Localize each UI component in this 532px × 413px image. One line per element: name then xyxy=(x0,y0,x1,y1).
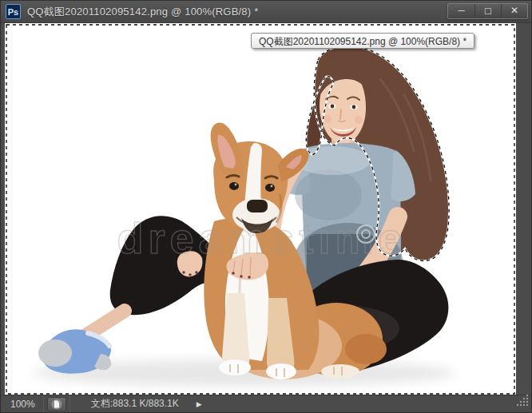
close-button[interactable]: ✕ xyxy=(501,4,527,18)
document-preview-button[interactable] xyxy=(47,397,66,411)
maximize-button[interactable]: □ xyxy=(474,4,501,18)
document-page-icon xyxy=(51,399,62,410)
watermark-text: dreamstime xyxy=(117,214,407,262)
photoshop-app-icon: Ps xyxy=(6,4,21,19)
filename-tooltip: QQ截图20201102095142.png @ 100%(RGB/8) * xyxy=(251,33,474,49)
blue-sock xyxy=(38,329,111,374)
document-canvas[interactable]: dreamstime QQ截图20201102095142.png @ 100%… xyxy=(5,23,516,396)
document-title: QQ截图20201102095142.png @ 100%(RGB/8) * xyxy=(27,5,258,19)
statusbar-divider xyxy=(43,395,44,412)
photoshop-document-window: Ps QQ截图20201102095142.png @ 100%(RGB/8) … xyxy=(0,0,532,413)
document-size-info[interactable]: 文档:883.1 K/883.1K xyxy=(91,397,179,411)
title-bar[interactable]: Ps QQ截图20201102095142.png @ 100%(RGB/8) … xyxy=(1,1,531,23)
statusbar-divider xyxy=(69,395,70,412)
status-flyout-button[interactable]: ▶ xyxy=(192,399,207,410)
window-controls: ─ □ ✕ xyxy=(447,3,528,19)
resize-grip[interactable] xyxy=(516,394,530,411)
status-bar: 100% 文档:883.1 K/883.1K ▶ xyxy=(1,395,531,412)
photo-illustration: dreamstime xyxy=(5,23,516,396)
zoom-level-field[interactable]: 100% xyxy=(1,399,43,410)
minimize-button[interactable]: ─ xyxy=(448,4,474,18)
